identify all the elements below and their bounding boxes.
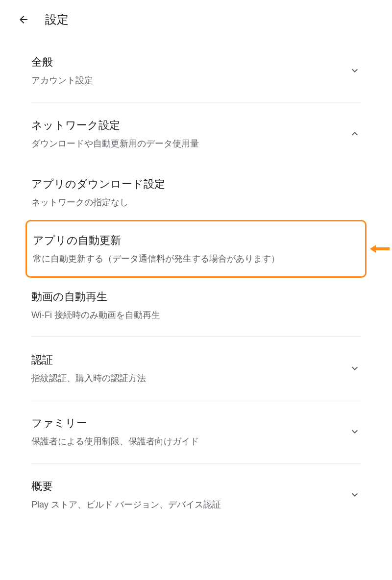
arrow-left-annotation-icon: [370, 244, 390, 254]
network-expanded-content: アプリのダウンロード設定 ネットワークの指定なし アプリの自動更新 常に自動更新…: [31, 165, 361, 337]
section-text: 認証 指紋認証、購入時の認証方法: [31, 353, 349, 384]
section-text: ファミリー 保護者による使用制限、保護者向けガイド: [31, 416, 349, 447]
item-subtitle: ネットワークの指定なし: [31, 196, 361, 208]
item-title: 動画の自動再生: [31, 290, 361, 304]
section-header-network[interactable]: ネットワーク設定 ダウンロードや自動更新用のデータ使用量: [31, 102, 361, 165]
page-title: 設定: [45, 12, 69, 27]
section-family: ファミリー 保護者による使用制限、保護者向けガイド: [31, 400, 361, 463]
section-subtitle: アカウント設定: [31, 74, 349, 86]
section-network: ネットワーク設定 ダウンロードや自動更新用のデータ使用量 アプリのダウンロード設…: [31, 102, 361, 337]
chevron-down-icon: [349, 489, 361, 501]
section-text: 概要 Play ストア、ビルド バージョン、デバイス認証: [31, 479, 349, 510]
section-title: 全般: [31, 55, 349, 70]
section-auth: 認証 指紋認証、購入時の認証方法: [31, 337, 361, 400]
item-app-download-settings[interactable]: アプリのダウンロード設定 ネットワークの指定なし: [31, 165, 361, 220]
settings-list: 全般 アカウント設定 ネットワーク設定 ダウンロードや自動更新用のデータ使用量 …: [0, 39, 392, 514]
item-video-autoplay[interactable]: 動画の自動再生 Wi-Fi 接続時のみ動画を自動再生: [31, 278, 361, 333]
section-subtitle: 保護者による使用制限、保護者向けガイド: [31, 435, 349, 447]
item-subtitle: 常に自動更新する（データ通信料が発生する場合があります）: [33, 253, 359, 265]
section-subtitle: 指紋認証、購入時の認証方法: [31, 372, 349, 384]
section-title: 概要: [31, 479, 349, 494]
section-header-family[interactable]: ファミリー 保護者による使用制限、保護者向けガイド: [31, 400, 361, 463]
section-title: ネットワーク設定: [31, 118, 349, 133]
section-header-auth[interactable]: 認証 指紋認証、購入時の認証方法: [31, 337, 361, 400]
section-text: ネットワーク設定 ダウンロードや自動更新用のデータ使用量: [31, 118, 349, 149]
section-header-about[interactable]: 概要 Play ストア、ビルド バージョン、デバイス認証: [31, 463, 361, 514]
section-header-general[interactable]: 全般 アカウント設定: [31, 39, 361, 102]
item-title: アプリのダウンロード設定: [31, 177, 361, 192]
back-arrow-icon[interactable]: [18, 14, 29, 25]
item-title: アプリの自動更新: [33, 233, 359, 248]
chevron-down-icon: [349, 362, 361, 374]
section-subtitle: Play ストア、ビルド バージョン、デバイス認証: [31, 499, 349, 510]
chevron-up-icon: [349, 128, 361, 140]
chevron-down-icon: [349, 65, 361, 76]
section-text: 全般 アカウント設定: [31, 55, 349, 86]
item-subtitle: Wi-Fi 接続時のみ動画を自動再生: [31, 309, 361, 321]
section-subtitle: ダウンロードや自動更新用のデータ使用量: [31, 138, 349, 149]
section-general: 全般 アカウント設定: [31, 39, 361, 102]
section-title: 認証: [31, 353, 349, 367]
section-title: ファミリー: [31, 416, 349, 431]
item-app-auto-update[interactable]: アプリの自動更新 常に自動更新する（データ通信料が発生する場合があります）: [25, 220, 367, 278]
section-about: 概要 Play ストア、ビルド バージョン、デバイス認証: [31, 463, 361, 514]
header: 設定: [0, 0, 392, 39]
chevron-down-icon: [349, 426, 361, 437]
